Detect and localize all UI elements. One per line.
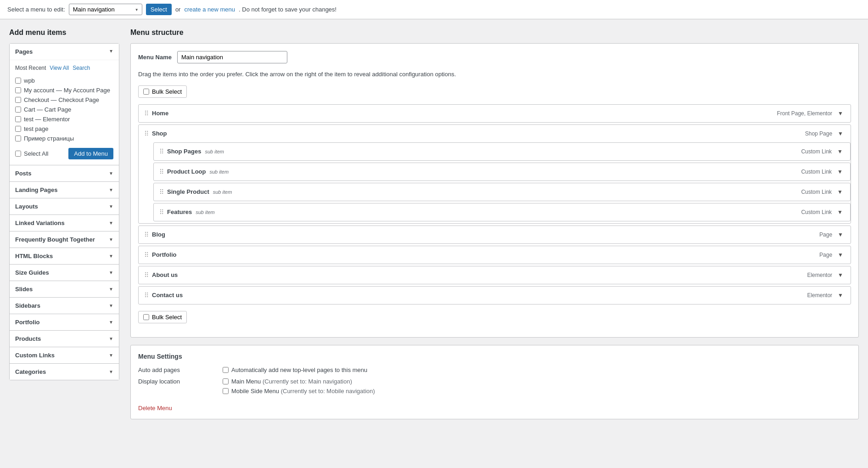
menu-sub-item-expand-product-loop[interactable]: ▼ [835,168,845,176]
select-all-row: Select All Add to Menu [15,148,113,159]
accordion-label-size-guides: Size Guides [15,269,49,276]
menu-item-badge-blog: Page [819,231,832,238]
bulk-select-checkbox-top[interactable] [143,89,149,95]
list-item: Пример страницы [15,134,113,143]
menu-item-expand-shop[interactable]: ▼ [836,130,845,138]
accordion-frequently-bought: Frequently Bought Together ▼ [9,231,119,248]
menu-sub-item-left-features: ⠿ Features sub item [159,209,215,216]
menu-item-header-about-us: ⠿ About us Elementor ▼ [139,266,851,284]
page-label-my-account: My account — My Account Page [24,87,110,94]
accordion-header-categories[interactable]: Categories ▼ [10,364,119,380]
accordion-header-html-blocks[interactable]: HTML Blocks ▼ [10,248,119,264]
chevron-landing-pages-icon: ▼ [109,187,113,192]
menu-item-badge-about-us: Elementor [807,272,832,278]
drag-handle-home[interactable]: ⠿ [144,110,148,117]
bulk-select-label-bottom: Bulk Select [152,314,182,321]
delete-menu-link[interactable]: Delete Menu [138,405,172,412]
menu-sub-item-expand-features[interactable]: ▼ [835,208,845,216]
menu-item-expand-blog[interactable]: ▼ [836,231,845,239]
page-checkbox-test-elementor[interactable] [15,116,21,122]
menu-item-header-portfolio: ⠿ Portfolio Page ▼ [139,246,851,264]
accordion-label-linked-variations: Linked Variations [15,220,65,226]
page-checkbox-cart[interactable] [15,107,21,113]
accordion-label-frequently-bought: Frequently Bought Together [15,236,95,243]
accordion-label-landing-pages: Landing Pages [15,186,57,193]
tab-view-all[interactable]: View All [50,65,69,71]
top-bar: Select a menu to edit: Main navigation M… [0,0,868,19]
accordion-header-custom-links[interactable]: Custom Links ▼ [10,347,119,363]
drag-handle-product-loop[interactable]: ⠿ [159,168,163,175]
select-button[interactable]: Select [146,4,172,15]
drag-handle-features[interactable]: ⠿ [159,209,163,216]
location-main-menu-label[interactable]: Main Menu (Currently set to: Main naviga… [223,378,375,385]
tab-search[interactable]: Search [73,65,90,71]
menu-sub-item-header-product-loop: ⠿ Product Loop sub item Custom Link ▼ [154,163,850,180]
accordion-header-portfolio[interactable]: Portfolio ▼ [10,314,119,330]
menu-item-expand-home[interactable]: ▼ [836,109,845,118]
page-label-primer: Пример страницы [24,135,74,142]
location-mobile-side-menu-label[interactable]: Mobile Side Menu (Currently set to: Mobi… [223,388,375,395]
menu-name-input[interactable] [177,51,287,63]
page-checkbox-wpb[interactable] [15,78,21,84]
accordion-header-products[interactable]: Products ▼ [10,331,119,347]
menu-item-left-shop: ⠿ Shop [144,130,167,137]
accordion-header-posts[interactable]: Posts ▼ [10,165,119,181]
menu-settings: Menu Settings Auto add pages Automatical… [130,345,859,419]
accordion-header-linked-variations[interactable]: Linked Variations ▼ [10,215,119,231]
page-checkbox-my-account[interactable] [15,87,21,93]
bulk-select-row-bottom: Bulk Select [138,311,851,323]
drag-handle-blog[interactable]: ⠿ [144,231,148,238]
auto-add-pages-checkbox[interactable] [223,367,229,373]
location-main-menu-checkbox[interactable] [223,378,229,384]
page-checkbox-test-page[interactable] [15,126,21,132]
accordion-layouts: Layouts ▼ [9,198,119,215]
list-item: wpb [15,76,113,85]
bulk-select-button-bottom[interactable]: Bulk Select [138,311,187,323]
accordion-label-pages: Pages [15,48,33,55]
accordion-header-frequently-bought[interactable]: Frequently Bought Together ▼ [10,231,119,248]
select-all-label[interactable]: Select All [15,150,48,157]
drag-handle-single-product[interactable]: ⠿ [159,188,163,196]
menu-sub-item-expand-single-product[interactable]: ▼ [835,188,845,196]
drag-handle-about-us[interactable]: ⠿ [144,271,148,279]
drag-handle-shop[interactable]: ⠿ [144,130,148,137]
accordion-sidebars: Sidebars ▼ [9,297,119,314]
page-checkbox-checkout[interactable] [15,97,21,103]
menu-sub-item-badge-product-loop: Custom Link [801,169,832,175]
drag-handle-portfolio[interactable]: ⠿ [144,251,148,259]
menu-sub-item-right-single-product: Custom Link ▼ [801,188,845,196]
menu-item-expand-portfolio[interactable]: ▼ [836,251,845,259]
accordion-header-landing-pages[interactable]: Landing Pages ▼ [10,182,119,198]
drag-handle-shop-pages[interactable]: ⠿ [159,148,163,155]
accordion-label-categories: Categories [15,368,46,375]
menu-sub-item-header-single-product: ⠿ Single Product sub item Custom Link ▼ [154,183,850,201]
bulk-select-checkbox-bottom[interactable] [143,314,149,320]
page-label-cart: Cart — Cart Page [24,106,71,113]
menu-select[interactable]: Main navigation Mobile navigation Footer… [69,4,142,15]
auto-add-pages-label[interactable]: Automatically add new top-level pages to… [223,367,367,373]
menu-sub-item-expand-shop-pages[interactable]: ▼ [835,147,845,156]
menu-item-left-home: ⠿ Home [144,110,168,117]
menu-item-expand-contact-us[interactable]: ▼ [836,291,845,299]
accordion-header-slides[interactable]: Slides ▼ [10,281,119,297]
accordion-header-size-guides[interactable]: Size Guides ▼ [10,265,119,281]
add-to-menu-button[interactable]: Add to Menu [68,148,113,159]
accordion-header-sidebars[interactable]: Sidebars ▼ [10,298,119,314]
page-checkbox-primer[interactable] [15,135,21,141]
accordion-header-pages[interactable]: Pages ▲ [10,44,119,60]
menu-sub-item-badge-single-product: Custom Link [801,189,832,195]
menu-item-blog: ⠿ Blog Page ▼ [138,226,851,244]
menu-item-name-home: Home [152,110,168,117]
tab-most-recent[interactable]: Most Recent [15,65,46,71]
drag-handle-contact-us[interactable]: ⠿ [144,292,148,299]
select-menu-label: Select a menu to edit: [7,6,65,13]
accordion-header-layouts[interactable]: Layouts ▼ [10,198,119,214]
menu-item-expand-about-us[interactable]: ▼ [836,271,845,279]
accordion-body-pages: Most Recent View All Search wpb My accou… [10,60,119,165]
menu-item-header-contact-us: ⠿ Contact us Elementor ▼ [139,287,851,304]
location-mobile-side-menu-checkbox[interactable] [223,388,229,394]
select-all-checkbox[interactable] [15,151,21,157]
create-new-menu-link[interactable]: create a new menu [184,6,235,13]
bulk-select-button-top[interactable]: Bulk Select [138,85,187,98]
menu-item-name-shop: Shop [152,130,167,137]
